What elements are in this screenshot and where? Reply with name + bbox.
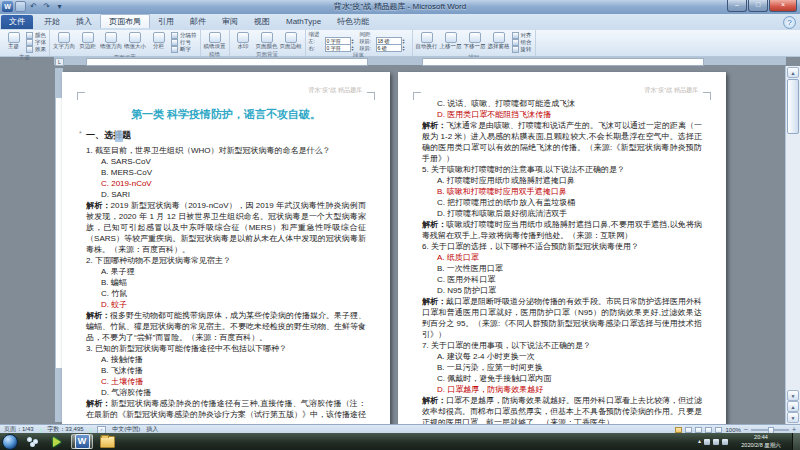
ribbon-button-icon <box>82 32 94 43</box>
answer-option: D. 打喷嚏和咳嗽后最好彻底清洁双手 <box>422 208 702 219</box>
ribbon-button[interactable]: 下移一层 <box>464 31 486 50</box>
redo-icon[interactable]: ↷ <box>41 1 52 12</box>
network-icon[interactable] <box>713 439 719 445</box>
document-page-2[interactable]: 背水“疫”战 精品题库 C. 说话、咳嗽、打喷嚏都可能造成飞沫D. 医用类口罩不… <box>398 72 726 424</box>
spinner-icon[interactable]: ▴▾ <box>352 45 354 51</box>
ribbon-tab-0[interactable]: 文件 <box>1 15 33 29</box>
ribbon-tab-4[interactable]: 引用 <box>150 14 182 29</box>
ribbon-button-label: 下移一层 <box>464 43 486 50</box>
taskbar-clock[interactable]: 20:44 2020/2/8 星期六 <box>732 434 790 449</box>
ribbon-button-icon <box>285 32 297 43</box>
ribbon-button[interactable]: 纸张大小 <box>124 31 146 50</box>
close-button[interactable]: × <box>769 0 797 12</box>
ribbon-button[interactable]: 组合 <box>512 39 532 45</box>
homegroup-taskbar-button[interactable] <box>21 434 43 449</box>
ribbon-button-icon <box>493 32 505 43</box>
analysis-paragraph: 解析：2019 新型冠状病毒（2019-nCoV），因 2019 年武汉病毒性肺… <box>86 200 366 255</box>
answer-option: A. 建议每 2-4 小时更换一次 <box>422 351 702 362</box>
ribbon-button-icon <box>171 46 178 53</box>
ribbon-button[interactable]: 字体 <box>26 39 46 45</box>
ribbon-button[interactable]: 旋转 <box>512 46 532 52</box>
ribbon-button[interactable]: 分隔符 <box>171 32 197 38</box>
draft-view-button[interactable] <box>715 427 722 433</box>
ribbon-field-row: 段后:6 磅▴▾ <box>360 44 405 51</box>
ribbon-button[interactable]: 断字 <box>171 46 197 52</box>
window-controls: – □ × <box>727 0 797 12</box>
ribbon-button[interactable]: 对齐 <box>512 32 532 38</box>
ribbon-button[interactable]: 上移一层 <box>440 31 462 50</box>
ribbon-button[interactable]: 主题 <box>3 31 24 50</box>
ribbon-button[interactable]: 页面边框 <box>280 31 302 50</box>
undo-icon[interactable]: ↶ <box>28 1 39 12</box>
ribbon-tab-6[interactable]: 审阅 <box>214 14 246 29</box>
document-page-1[interactable]: 背水“疫”战 精品题库 * 第一类 科学疫情防护，谣言不攻自破。一、选择题1. … <box>62 72 390 424</box>
answer-option: C. 医用外科口罩 <box>422 274 702 285</box>
clock-date: 2020/2/8 星期六 <box>732 442 790 450</box>
outline-view-button[interactable] <box>705 427 712 433</box>
analysis-label: 解析： <box>86 311 110 320</box>
maximize-button[interactable]: □ <box>748 0 768 12</box>
vertical-scrollbar[interactable]: ▲ ▼ ▲ ▼ <box>785 66 800 424</box>
next-page-icon[interactable]: ▼ <box>787 412 799 423</box>
correct-answer-option: B. 咳嗽和打喷嚏时应用双手遮掩口鼻 <box>422 186 702 197</box>
ribbon-button[interactable]: 文字方向 <box>53 31 75 50</box>
ribbon-button[interactable]: 行号 <box>171 39 197 45</box>
zoom-slider[interactable] <box>751 429 789 431</box>
spinner-icon[interactable]: ▴▾ <box>403 45 405 51</box>
ribbon-button-icon <box>105 32 117 43</box>
ribbon-button[interactable]: 水印 <box>233 31 254 50</box>
zoom-level[interactable]: 100% <box>725 427 740 433</box>
minimize-button[interactable]: – <box>727 0 747 12</box>
ribbon-tab-row: 文件开始插入页面布局引用邮件审阅视图MathType特色功能 ? <box>0 14 800 30</box>
ribbon-button[interactable]: 颜色 <box>26 32 46 38</box>
ribbon-button[interactable]: 自动换行 <box>416 31 438 50</box>
previous-page-icon[interactable]: ▲ <box>787 401 799 412</box>
scroll-down-icon[interactable]: ▼ <box>787 390 799 401</box>
question-text: 7. 关于口罩的使用事项，以下说法不正确的是？ <box>422 340 702 351</box>
ribbon-tab-7[interactable]: 视图 <box>246 14 278 29</box>
qat-dropdown-icon[interactable]: ▾ <box>54 1 65 12</box>
ribbon-tab-5[interactable]: 邮件 <box>182 14 214 29</box>
ribbon-tab-9[interactable]: 特色功能 <box>329 14 377 29</box>
tray-chevron-icon[interactable]: ▴ <box>698 433 701 450</box>
ribbon-button[interactable]: 纸张方向 <box>100 31 122 50</box>
help-button[interactable]: ? <box>783 16 796 29</box>
ribbon-tab-1[interactable]: 开始 <box>36 14 68 29</box>
ribbon-tab-2[interactable]: 插入 <box>68 14 100 29</box>
tab-selector-icon[interactable]: L <box>55 58 64 66</box>
show-desktop-button[interactable] <box>792 433 800 450</box>
ribbon-button[interactable]: 分栏 <box>148 31 169 50</box>
spinner-icon[interactable]: ▴▾ <box>403 38 405 44</box>
ribbon-tab-3[interactable]: 页面布局 <box>100 14 150 28</box>
horizontal-ruler[interactable]: L <box>0 56 786 66</box>
scrollbar-thumb[interactable] <box>787 79 799 134</box>
ribbon-button[interactable]: 页面颜色 <box>256 31 278 50</box>
scroll-up-icon[interactable]: ▲ <box>787 67 799 78</box>
fullscreen-view-button[interactable] <box>685 427 692 433</box>
clock-time: 20:44 <box>732 434 790 442</box>
analysis-label: 解析： <box>86 399 111 408</box>
section-heading: 一、选择题 <box>86 130 366 141</box>
media-player-taskbar-button[interactable] <box>46 434 68 449</box>
ribbon-button-label: 上移一层 <box>440 43 462 50</box>
word-taskbar-button[interactable]: W <box>71 434 93 449</box>
ribbon-small-column: 分隔符行号断字 <box>171 31 197 53</box>
print-layout-view-button[interactable] <box>675 427 682 433</box>
web-layout-view-button[interactable] <box>695 427 702 433</box>
ribbon-tab-8[interactable]: MathType <box>278 14 329 29</box>
action-center-icon[interactable] <box>704 439 710 445</box>
word-logo-icon[interactable]: W <box>2 1 13 12</box>
spinner-icon[interactable]: ▴▾ <box>352 38 354 44</box>
start-button[interactable] <box>2 434 18 450</box>
status-divider: | <box>90 427 92 433</box>
ribbon-button[interactable]: 页边距 <box>77 31 98 50</box>
ribbon-button[interactable]: 选择窗格 <box>488 31 510 50</box>
zoom-in-icon[interactable]: + <box>792 427 796 433</box>
zoom-out-icon[interactable]: − <box>744 427 748 433</box>
explorer-taskbar-button[interactable] <box>96 434 118 449</box>
bookmark-mark: * <box>79 130 82 137</box>
ribbon-button[interactable]: 稿纸设置 <box>204 31 226 50</box>
save-icon[interactable] <box>15 1 26 12</box>
ribbon-button[interactable]: 效果 <box>26 46 46 52</box>
volume-icon[interactable] <box>722 439 728 445</box>
